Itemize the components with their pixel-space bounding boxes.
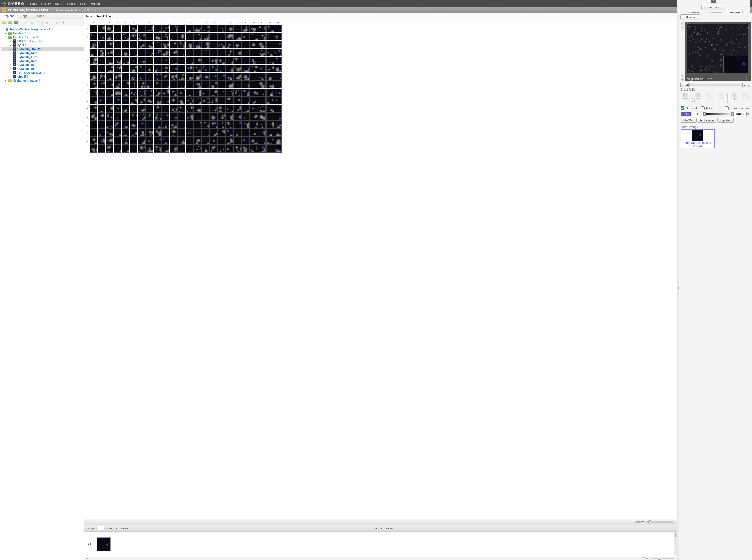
well[interactable] bbox=[266, 49, 274, 56]
well[interactable] bbox=[114, 81, 121, 88]
well[interactable] bbox=[98, 145, 105, 153]
zoom-slider-bottom[interactable] bbox=[652, 558, 674, 559]
nav-data[interactable]: Data bbox=[30, 2, 37, 5]
well[interactable] bbox=[202, 73, 210, 81]
well[interactable] bbox=[154, 145, 162, 153]
well[interactable] bbox=[194, 105, 202, 113]
well[interactable] bbox=[266, 137, 274, 145]
well[interactable] bbox=[242, 105, 250, 113]
well[interactable] bbox=[90, 33, 97, 40]
well[interactable] bbox=[90, 57, 97, 64]
wrap-input[interactable] bbox=[96, 526, 105, 531]
create-share-icon[interactable]: ⊕ bbox=[54, 21, 59, 25]
well[interactable] bbox=[98, 57, 105, 64]
well[interactable] bbox=[234, 57, 242, 64]
expand-icon[interactable]: ▾ bbox=[2, 28, 4, 31]
well[interactable] bbox=[186, 137, 194, 145]
well[interactable] bbox=[106, 137, 114, 145]
minimize-icon[interactable]: − bbox=[746, 77, 750, 80]
well[interactable] bbox=[130, 81, 137, 88]
well[interactable] bbox=[146, 65, 154, 72]
well[interactable] bbox=[218, 49, 226, 56]
well[interactable] bbox=[98, 49, 105, 56]
nav-history[interactable]: History bbox=[41, 2, 50, 5]
well[interactable] bbox=[210, 73, 218, 81]
well[interactable] bbox=[114, 129, 121, 137]
well[interactable] bbox=[274, 65, 282, 72]
well[interactable] bbox=[162, 145, 169, 153]
channel-min-input[interactable] bbox=[692, 112, 703, 116]
well[interactable] bbox=[218, 41, 226, 48]
well[interactable] bbox=[274, 73, 282, 81]
well[interactable] bbox=[98, 121, 105, 129]
well[interactable] bbox=[106, 57, 114, 64]
well[interactable] bbox=[114, 25, 121, 33]
well[interactable] bbox=[258, 113, 266, 120]
well[interactable] bbox=[266, 105, 274, 113]
well[interactable] bbox=[226, 57, 233, 64]
expand-icon[interactable]: ▸ bbox=[4, 79, 7, 82]
well[interactable] bbox=[170, 49, 178, 56]
well[interactable] bbox=[138, 89, 145, 97]
well[interactable] bbox=[154, 89, 162, 97]
well[interactable] bbox=[234, 65, 242, 72]
well[interactable] bbox=[98, 97, 105, 104]
well[interactable] bbox=[114, 113, 121, 120]
well[interactable] bbox=[234, 105, 242, 113]
well[interactable] bbox=[226, 49, 233, 56]
well[interactable] bbox=[106, 121, 114, 129]
well[interactable] bbox=[250, 49, 258, 56]
well[interactable] bbox=[90, 25, 97, 33]
well[interactable] bbox=[274, 25, 282, 33]
well[interactable] bbox=[154, 49, 162, 56]
well[interactable] bbox=[266, 73, 274, 81]
well[interactable] bbox=[122, 73, 129, 81]
well[interactable] bbox=[114, 89, 121, 97]
app-logo[interactable]: OMERO bbox=[2, 1, 24, 6]
well[interactable] bbox=[138, 65, 145, 72]
well[interactable] bbox=[210, 89, 218, 97]
well[interactable] bbox=[226, 33, 233, 40]
well[interactable] bbox=[114, 65, 121, 72]
scroll-handle[interactable] bbox=[675, 533, 676, 537]
grayscale-checkbox[interactable] bbox=[681, 106, 685, 110]
well[interactable] bbox=[266, 129, 274, 137]
well[interactable] bbox=[154, 65, 162, 72]
well[interactable] bbox=[138, 105, 145, 113]
well[interactable] bbox=[210, 97, 218, 104]
well[interactable] bbox=[202, 137, 210, 145]
channel-range-slider[interactable] bbox=[704, 113, 733, 116]
expand-icon[interactable]: ⊞ bbox=[680, 22, 684, 25]
well[interactable] bbox=[210, 49, 218, 56]
well[interactable] bbox=[178, 81, 185, 88]
expand-icon[interactable]: ▸ bbox=[9, 59, 12, 62]
last-icon[interactable]: ⏭ bbox=[747, 83, 751, 87]
expand-icon[interactable]: ▸ bbox=[9, 67, 12, 70]
well[interactable] bbox=[138, 129, 145, 137]
expand-icon[interactable]: ▸ bbox=[9, 40, 12, 42]
well[interactable] bbox=[274, 57, 282, 64]
well[interactable] bbox=[266, 65, 274, 72]
well[interactable] bbox=[122, 105, 129, 113]
copy-icon[interactable]: ⧉ bbox=[29, 21, 34, 25]
well[interactable] bbox=[154, 41, 162, 48]
well[interactable] bbox=[202, 89, 210, 97]
well[interactable] bbox=[178, 121, 185, 129]
well[interactable] bbox=[146, 57, 154, 64]
well[interactable] bbox=[178, 113, 185, 120]
well[interactable] bbox=[90, 65, 97, 72]
well[interactable] bbox=[210, 121, 218, 129]
well[interactable] bbox=[178, 129, 185, 137]
well[interactable] bbox=[98, 113, 105, 120]
time-track[interactable] bbox=[689, 84, 742, 86]
well[interactable] bbox=[274, 81, 282, 88]
well[interactable] bbox=[114, 145, 121, 153]
well[interactable] bbox=[130, 33, 137, 40]
well[interactable] bbox=[202, 97, 210, 104]
well[interactable] bbox=[90, 41, 97, 48]
well[interactable] bbox=[154, 121, 162, 129]
well[interactable] bbox=[194, 65, 202, 72]
well[interactable] bbox=[90, 145, 97, 153]
well[interactable] bbox=[98, 65, 105, 72]
well[interactable] bbox=[258, 65, 266, 72]
